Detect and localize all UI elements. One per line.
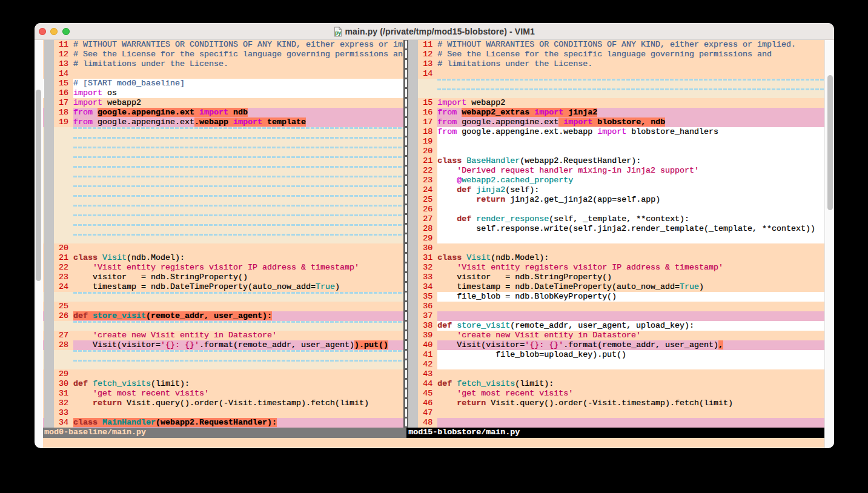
svg-text:py: py [334,29,341,36]
